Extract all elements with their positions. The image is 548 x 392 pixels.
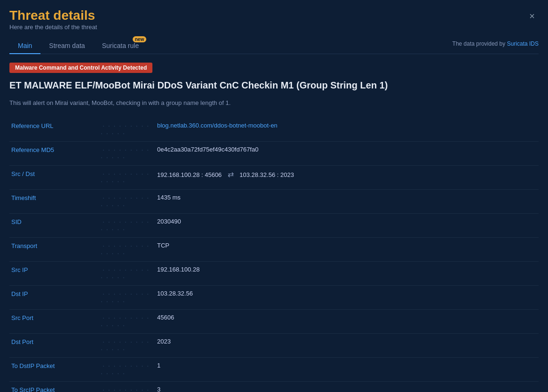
- field-value: TCP: [155, 238, 539, 262]
- table-row: Dst Port· · · · · · · · · · · · · ·2023: [9, 334, 539, 358]
- field-label: Src Port: [11, 314, 33, 321]
- field-dots: · · · · · · · · · · · · · ·: [101, 122, 150, 137]
- field-label: To DstIP Packet: [11, 362, 55, 369]
- field-dots: · · · · · · · · · · · · · ·: [101, 266, 150, 281]
- table-row: SID· · · · · · · · · · · · · ·2030490: [9, 214, 539, 238]
- details-table: Reference URL· · · · · · · · · · · · · ·…: [9, 118, 539, 392]
- field-value: 103.28.32.56: [155, 286, 539, 310]
- panel-subtitle: Here are the details of the threat: [9, 24, 97, 31]
- src-dst-arrow-icon: ⇄: [225, 170, 236, 178]
- tab-suricata-rule[interactable]: Suricata rule new: [94, 38, 148, 54]
- field-value: 45606: [155, 310, 539, 334]
- field-label: Src IP: [11, 266, 28, 273]
- field-value: 1: [155, 358, 539, 382]
- field-value: 192.168.100.28 : 45606 ⇄ 103.28.32.56 : …: [155, 166, 539, 190]
- field-label: Reference MD5: [11, 146, 54, 153]
- data-provider-info: The data provided by Suricata IDS: [453, 40, 539, 51]
- tabs-bar: Main Stream data Suricata rule new The d…: [9, 38, 539, 54]
- table-row: Src Port· · · · · · · · · · · · · ·45606: [9, 310, 539, 334]
- field-dots: · · · · · · · · · · · · · ·: [101, 338, 150, 353]
- field-label: To SrcIP Packet: [11, 386, 55, 392]
- panel-header: Threat details Here are the details of t…: [9, 8, 539, 36]
- tab-stream-data[interactable]: Stream data: [40, 38, 93, 54]
- field-value: 1435 ms: [155, 190, 539, 214]
- field-label: Timeshift: [11, 194, 36, 201]
- table-row: Dst IP· · · · · · · · · · · · · ·103.28.…: [9, 286, 539, 310]
- table-row: Reference URL· · · · · · · · · · · · · ·…: [9, 118, 539, 142]
- dst-value: 103.28.32.56 : 2023: [239, 171, 294, 178]
- field-dots: · · · · · · · · · · · · · ·: [101, 242, 150, 257]
- table-row: Timeshift· · · · · · · · · · · · · ·1435…: [9, 190, 539, 214]
- field-value: 2023: [155, 334, 539, 358]
- panel-title: Threat details: [9, 8, 97, 24]
- field-dots: · · · · · · · · · · · · · ·: [101, 362, 150, 377]
- field-label: Dst Port: [11, 338, 33, 345]
- threat-details-panel: Threat details Here are the details of t…: [0, 0, 548, 392]
- table-row: To SrcIP Packet· · · · · · · · · · · · ·…: [9, 382, 539, 392]
- field-value: 2030490: [155, 214, 539, 238]
- field-value: 0e4c2aa30a72fd75ef49c430fd767fa0: [155, 142, 539, 166]
- field-dots: · · · · · · · · · · · · · ·: [101, 146, 150, 161]
- table-row: Src / Dst· · · · · · · · · · · · · ·192.…: [9, 166, 539, 190]
- table-row: Reference MD5· · · · · · · · · · · · · ·…: [9, 142, 539, 166]
- src-value: 192.168.100.28 : 45606: [157, 171, 222, 178]
- threat-title: ET MALWARE ELF/MooBot Mirai DDoS Variant…: [9, 79, 539, 92]
- field-dots: · · · · · · · · · · · · · ·: [101, 386, 150, 392]
- field-link[interactable]: blog.netlab.360.com/ddos-botnet-moobot-e…: [157, 122, 278, 129]
- field-dots: · · · · · · · · · · · · · ·: [101, 290, 150, 305]
- new-badge: new: [133, 36, 146, 42]
- table-row: Transport· · · · · · · · · · · · · ·TCP: [9, 238, 539, 262]
- field-value: 3: [155, 382, 539, 392]
- field-label: Transport: [11, 242, 37, 249]
- table-row: To DstIP Packet· · · · · · · · · · · · ·…: [9, 358, 539, 382]
- tab-main[interactable]: Main: [9, 38, 40, 54]
- field-dots: · · · · · · · · · · · · · ·: [101, 314, 150, 329]
- alert-badge: Malware Command and Control Activity Det…: [9, 63, 152, 73]
- field-value: 192.168.100.28: [155, 262, 539, 286]
- threat-description: This will alert on Mirai variant, MooBot…: [9, 98, 539, 108]
- field-dots: · · · · · · · · · · · · · ·: [101, 194, 150, 209]
- field-label: Reference URL: [11, 122, 54, 129]
- field-dots: · · · · · · · · · · · · · ·: [101, 170, 150, 185]
- field-label: SID: [11, 218, 22, 225]
- field-label: Src / Dst: [11, 170, 35, 177]
- table-row: Src IP· · · · · · · · · · · · · ·192.168…: [9, 262, 539, 286]
- field-dots: · · · · · · · · · · · · · ·: [101, 218, 150, 233]
- close-button[interactable]: ×: [525, 9, 539, 23]
- field-value: blog.netlab.360.com/ddos-botnet-moobot-e…: [155, 118, 539, 142]
- field-label: Dst IP: [11, 290, 28, 297]
- suricata-ids-link[interactable]: Suricata IDS: [507, 40, 539, 47]
